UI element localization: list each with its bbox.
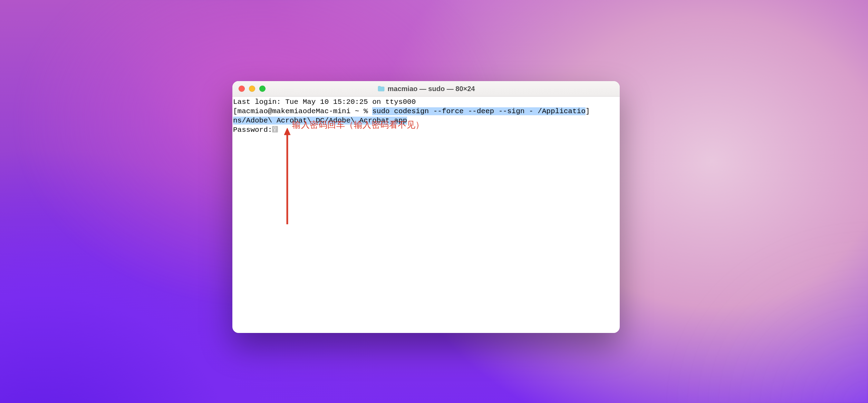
terminal-last-login: Last login: Tue May 10 15:20:25 on ttys0…: [233, 98, 416, 106]
terminal-wrap-bracket: ]: [586, 107, 590, 115]
terminal-command-line1: sudo codesign --force --deep --sign - /A…: [372, 107, 586, 115]
annotation-arrow-icon: [283, 126, 294, 226]
terminal-command-line2: ns/Adobe\ Acrobat\ DC/Adobe\ Acrobat.app: [233, 117, 407, 125]
minimize-button-icon[interactable]: [249, 86, 255, 92]
close-button-icon[interactable]: [239, 86, 245, 92]
terminal-prompt-prefix: [macmiao@makemiaodeMac-mini ~ %: [233, 107, 372, 115]
key-icon: [272, 126, 278, 132]
window-title-text: macmiao — sudo — 80×24: [388, 85, 475, 93]
traffic-lights: [232, 86, 266, 92]
window-titlebar[interactable]: macmiao — sudo — 80×24: [232, 81, 620, 97]
zoom-button-icon[interactable]: [259, 86, 266, 92]
folder-icon: [377, 86, 385, 92]
terminal-password-label: Password:: [233, 126, 272, 134]
window-title: macmiao — sudo — 80×24: [232, 85, 620, 93]
terminal-window[interactable]: macmiao — sudo — 80×24 Last login: Tue M…: [232, 81, 620, 333]
annotation-overlay: 输入密码回车（输入密码看不见）: [283, 119, 456, 223]
desktop-wallpaper: macmiao — sudo — 80×24 Last login: Tue M…: [0, 0, 868, 403]
terminal-body[interactable]: Last login: Tue May 10 15:20:25 on ttys0…: [232, 97, 620, 135]
